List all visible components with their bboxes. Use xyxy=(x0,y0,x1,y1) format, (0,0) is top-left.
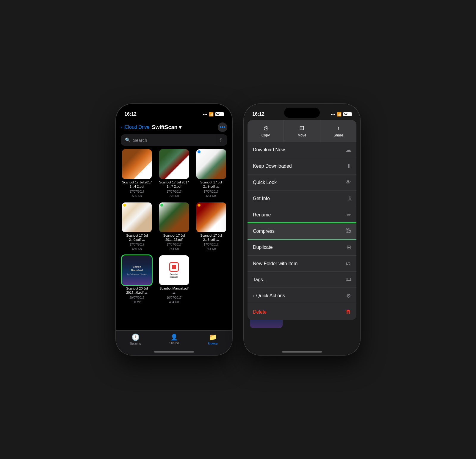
list-item[interactable]: Scanbot 17 Jul 2017 1...4 2.pdf 17/07/20… xyxy=(121,149,153,198)
quick-actions-item[interactable]: › Quick Actions ⚙ xyxy=(248,288,356,304)
nav-bar: ‹ iCloud Drive SwiftScan ▾ ••• xyxy=(116,120,232,134)
rename-label: Rename xyxy=(253,212,347,218)
list-item[interactable]: Scanbot 17 Jul 2017 1...7 2.pdf 17/07/20… xyxy=(158,149,190,198)
compress-icon: 🗜 xyxy=(346,228,351,234)
status-icons-1: ••• 📶 57 xyxy=(203,112,224,117)
download-now-label: Download Now xyxy=(253,147,346,153)
browse-icon: 📁 xyxy=(209,334,217,341)
tags-icon: 🏷 xyxy=(346,276,351,283)
tab-shared[interactable]: 👤 Shared xyxy=(155,334,193,345)
status-icons-2: ••• 📶 57 xyxy=(331,112,352,117)
tab-shared-label: Shared xyxy=(169,342,179,345)
quick-look-item[interactable]: Quick Look 👁 xyxy=(248,175,356,191)
get-info-label: Get Info xyxy=(253,196,349,201)
back-label: iCloud Drive xyxy=(123,125,149,130)
rename-item[interactable]: Rename ✏ xyxy=(248,207,356,223)
file-thumbnail xyxy=(122,149,152,179)
tags-item[interactable]: Tags... 🏷 xyxy=(248,272,356,288)
more-button[interactable]: ••• xyxy=(218,122,227,132)
download-now-item[interactable]: Download Now ☁ xyxy=(248,142,356,158)
file-name: Scanbot 17 Jul 201...22.pdf xyxy=(158,233,190,242)
home-indicator-1 xyxy=(154,351,194,353)
compress-item[interactable]: Compress 🗜 xyxy=(248,223,356,239)
phone-2: GastonBachelard La Poétique del'Espace 1… xyxy=(244,104,360,355)
dynamic-island-2 xyxy=(284,108,320,118)
file-thumbnail-selected: Gaston Bachelard La Poétique de l'Espace xyxy=(122,255,152,285)
list-item[interactable]: ScanbotManual Scanbot Manual.pdf ☁ 10/07… xyxy=(158,255,190,304)
duplicate-icon: ⊞ xyxy=(347,244,351,251)
new-folder-icon: 🗂 xyxy=(346,260,351,267)
title-chevron[interactable]: ▾ xyxy=(179,124,181,131)
mic-icon: 🎙 xyxy=(219,138,223,143)
file-thumbnail xyxy=(196,202,226,232)
list-item[interactable]: Gaston Bachelard La Poétique de l'Espace… xyxy=(121,255,153,304)
back-button[interactable]: ‹ iCloud Drive xyxy=(121,125,149,130)
more-icon: ••• xyxy=(220,124,226,131)
file-name: Scanbot Manual.pdf ☁ xyxy=(158,286,190,295)
folder-title: SwiftScan ▾ xyxy=(152,124,181,131)
move-icon: ⊡ xyxy=(299,124,304,131)
keep-downloaded-icon: ⬇ xyxy=(347,163,351,169)
folder-name: SwiftScan xyxy=(152,124,177,131)
search-placeholder: Search xyxy=(133,138,147,143)
keep-downloaded-item[interactable]: Keep Downloaded ⬇ xyxy=(248,158,356,175)
file-thumbnail xyxy=(122,202,152,232)
dot-indicator xyxy=(198,150,201,153)
quick-look-label: Quick Look xyxy=(253,180,346,185)
phone-1-screen: 16:12 ••• 📶 57 ‹ iCloud Drive SwiftScan … xyxy=(116,104,232,355)
file-thumbnail xyxy=(159,202,189,232)
dot-indicator xyxy=(123,204,126,207)
expand-arrow-icon: › xyxy=(253,293,254,298)
file-name: Scanbot 17 Jul 2...3.pdf ☁ xyxy=(195,233,227,242)
delete-item[interactable]: Delete 🗑 xyxy=(248,304,356,320)
file-thumbnail xyxy=(159,149,189,179)
search-bar[interactable]: 🔍 Search 🎙 xyxy=(121,134,227,146)
wifi-icon-1: 📶 xyxy=(209,112,214,117)
status-time-2: 16:12 xyxy=(252,111,264,117)
new-folder-item[interactable]: New Folder with Item 🗂 xyxy=(248,256,356,272)
list-item[interactable]: Scanbot 17 Jul 2...0.pdf ☁ 17/07/2017 65… xyxy=(121,202,153,251)
tags-label: Tags... xyxy=(253,277,346,282)
back-chevron: ‹ xyxy=(121,125,122,130)
file-thumbnail: ScanbotManual xyxy=(159,255,189,285)
battery-icon-2: 57 xyxy=(343,112,352,116)
home-indicator-2 xyxy=(282,351,322,353)
file-name: Scanbot 17 Jul 2...0.pdf ☁ xyxy=(121,233,153,242)
delete-icon: 🗑 xyxy=(346,309,351,315)
list-item[interactable]: Scanbot 17 Jul 2...3.pdf ☁ 17/07/2017 76… xyxy=(195,202,227,251)
keep-downloaded-label: Keep Downloaded xyxy=(253,164,347,169)
file-name: Scanbot 17 Jul 2017 1...4 2.pdf xyxy=(121,180,153,189)
list-item[interactable]: Scanbot 17 Jul 201...22.pdf 17/07/2017 7… xyxy=(158,202,190,251)
get-info-icon: ℹ xyxy=(349,195,351,202)
move-button[interactable]: ⊡ Move xyxy=(284,120,320,142)
tab-browse[interactable]: 📁 Browse xyxy=(193,334,232,345)
compress-label: Compress xyxy=(253,229,346,234)
copy-label: Copy xyxy=(262,133,270,137)
tab-recents-label: Recents xyxy=(130,342,141,345)
wifi-icon-2: 📶 xyxy=(337,112,342,117)
new-folder-label: New Folder with Item xyxy=(253,261,346,266)
share-icon: ↑ xyxy=(337,125,340,131)
file-thumbnail xyxy=(196,149,226,179)
file-name: Scanbot 20 Jul 2017...0.pdf ☁ xyxy=(121,286,153,295)
quick-actions-icon: ⚙ xyxy=(346,293,351,299)
delete-label: Delete xyxy=(253,309,346,315)
action-row: ⎘ Copy ⊡ Move ↑ Share xyxy=(248,120,356,142)
tab-recents[interactable]: 🕐 Recents xyxy=(116,334,155,345)
duplicate-item[interactable]: Duplicate ⊞ xyxy=(248,239,356,256)
get-info-item[interactable]: Get Info ℹ xyxy=(248,191,356,207)
copy-button[interactable]: ⎘ Copy xyxy=(248,120,284,142)
file-name: Scanbot 17 Jul 2...9.pdf ☁ xyxy=(195,180,227,189)
status-time-1: 16:12 xyxy=(124,111,137,117)
share-button[interactable]: ↑ Share xyxy=(320,120,356,142)
copy-icon: ⎘ xyxy=(264,125,267,131)
search-icon: 🔍 xyxy=(125,137,131,143)
file-name: Scanbot 17 Jul 2017 1...7 2.pdf xyxy=(158,180,190,189)
list-item[interactable]: Scanbot 17 Jul 2...9.pdf ☁ 17/07/2017 65… xyxy=(195,149,227,198)
share-label: Share xyxy=(333,133,343,137)
download-now-icon: ☁ xyxy=(346,147,351,153)
signal-icon-1: ••• xyxy=(203,112,207,117)
signal-icon-2: ••• xyxy=(331,112,335,117)
move-label: Move xyxy=(298,133,306,137)
dot-indicator xyxy=(198,204,201,207)
